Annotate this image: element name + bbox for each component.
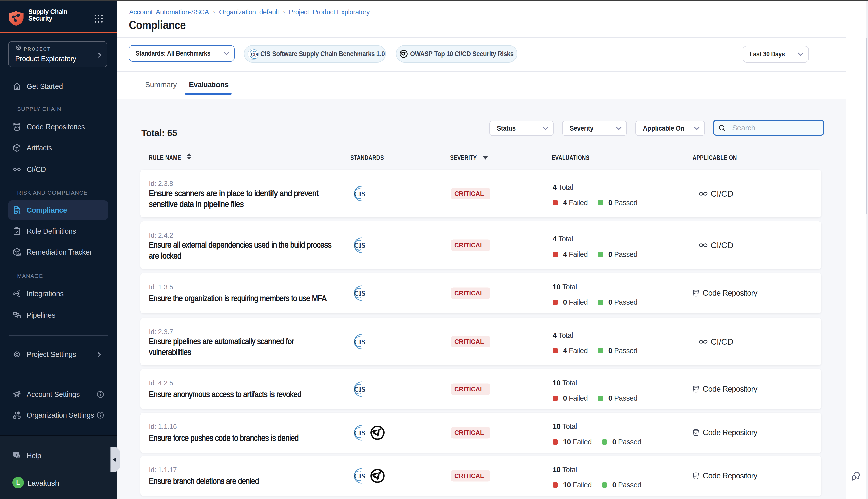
svg-text:CIS: CIS bbox=[354, 338, 365, 346]
svg-text:CIS: CIS bbox=[251, 52, 258, 57]
svg-text:CIS: CIS bbox=[354, 472, 365, 480]
svg-text:CIS: CIS bbox=[354, 290, 365, 297]
svg-text:CIS: CIS bbox=[354, 429, 365, 437]
svg-text:CIS: CIS bbox=[354, 190, 365, 197]
svg-text:CIS: CIS bbox=[354, 242, 365, 249]
svg-text:CIS: CIS bbox=[354, 386, 365, 393]
